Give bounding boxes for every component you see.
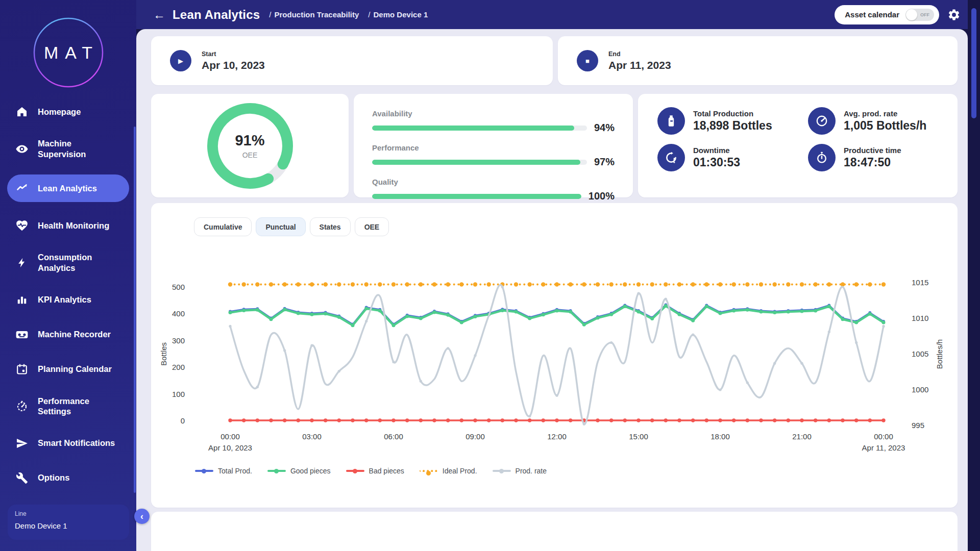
svg-text:Apr 10, 2023: Apr 10, 2023 <box>208 443 252 452</box>
start-date-card[interactable]: ▶ Start Apr 10, 2023 <box>151 36 553 85</box>
breadcrumb-separator: / <box>368 10 370 19</box>
asset-calendar-label: Asset calendar <box>845 10 899 19</box>
sidebar-item-performance-settings[interactable]: Performance Settings <box>7 393 129 420</box>
svg-text:12:00: 12:00 <box>547 432 567 441</box>
start-label: Start <box>202 51 265 58</box>
page-scrollbar-thumb[interactable] <box>971 8 976 118</box>
legend-swatch <box>267 470 286 472</box>
end-date-card[interactable]: ■ End Apr 11, 2023 <box>558 36 958 85</box>
sidebar-item-homepage[interactable]: Homepage <box>7 101 129 123</box>
tab-cumulative[interactable]: Cumulative <box>194 217 252 236</box>
svg-text:1015: 1015 <box>912 278 928 287</box>
sidebar-item-options[interactable]: Options <box>7 467 129 489</box>
recorder-icon <box>15 328 29 341</box>
eye-icon <box>15 142 29 156</box>
kpi-value: 94% <box>594 122 615 134</box>
svg-text:09:00: 09:00 <box>465 432 485 441</box>
chart-tabs: Cumulative Punctual States OEE <box>151 203 958 236</box>
stat-productive-time: Productive time 18:47:50 <box>808 144 958 171</box>
stat-label: Avg. prod. rate <box>844 109 926 118</box>
settings-gear-icon[interactable] <box>947 8 961 21</box>
kpi-bar-track <box>372 160 587 165</box>
tab-states[interactable]: States <box>310 217 351 236</box>
kpi-bar-fill <box>372 126 574 131</box>
bolt-icon <box>15 256 29 269</box>
heart-pulse-icon <box>15 219 29 232</box>
legend-item-ideal-prod[interactable]: Ideal Prod. <box>420 467 477 475</box>
kpi-bar-track <box>372 126 587 131</box>
calendar-icon <box>15 363 29 376</box>
svg-text:300: 300 <box>172 336 185 345</box>
sidebar-item-health-monitoring[interactable]: Health Monitoring <box>7 214 129 237</box>
svg-text:06:00: 06:00 <box>384 432 403 441</box>
kpi-bar-track <box>372 194 581 199</box>
breadcrumb[interactable]: /Demo Device 1 <box>368 10 428 19</box>
bar-chart-icon <box>15 293 29 307</box>
sidebar-item-consumption-analytics[interactable]: Consumption Analytics <box>7 249 129 276</box>
stat-value: 1,005 Bottles/h <box>844 119 926 133</box>
oee-value: 91% <box>235 132 264 149</box>
line-label: Line <box>15 510 122 517</box>
kpi-label: Availability <box>372 109 615 118</box>
stat-value: 18,898 Bottles <box>693 119 772 133</box>
production-line-chart[interactable]: 00:0003:0006:0009:0012:0015:0018:0021:00… <box>155 252 951 466</box>
svg-text:1005: 1005 <box>912 349 928 358</box>
toggle-state-label: OFF <box>920 12 929 17</box>
svg-text:1000: 1000 <box>912 385 928 394</box>
main-content: ▶ Start Apr 10, 2023 ■ End Apr 11, 2023 <box>136 29 968 551</box>
sidebar-item-machine-recorder[interactable]: Machine Recorder <box>7 323 129 346</box>
svg-text:Apr 11, 2023: Apr 11, 2023 <box>862 443 905 452</box>
stat-value: 18:47:50 <box>844 156 901 169</box>
bottom-section-card: Filters <box>151 512 958 551</box>
topbar-right: Asset calendar OFF <box>835 5 968 24</box>
legend-item-prod-rate[interactable]: Prod. rate <box>493 467 547 475</box>
asset-calendar-toggle-pill[interactable]: Asset calendar OFF <box>835 5 939 24</box>
bottle-icon <box>657 107 685 135</box>
toggle-knob <box>906 9 917 20</box>
svg-text:200: 200 <box>172 363 185 371</box>
page-scrollbar-track <box>968 0 980 551</box>
svg-text:400: 400 <box>172 309 185 318</box>
sidebar-item-machine-supervision[interactable]: Machine Supervision <box>7 135 129 162</box>
kpi-row-quality: Quality 100% <box>372 178 615 202</box>
legend-item-bad-pieces[interactable]: Bad pieces <box>346 467 404 475</box>
asset-calendar-switch[interactable]: OFF <box>905 9 934 21</box>
line-selector-card[interactable]: Line Demo Device 1 <box>8 505 129 540</box>
legend-label: Ideal Prod. <box>443 467 477 475</box>
stopwatch-icon <box>808 144 836 171</box>
svg-text:995: 995 <box>912 421 924 430</box>
topbar: ← Lean Analytics /Production Traceabilit… <box>0 0 968 29</box>
chart-legend: Total Prod. Good pieces Bad pieces Ideal… <box>195 467 958 475</box>
sidebar-scrollbar-thumb[interactable] <box>134 127 136 493</box>
sidebar-item-planning-calendar[interactable]: Planning Calendar <box>7 358 129 381</box>
breadcrumb-item[interactable]: Production Traceability <box>274 10 359 19</box>
logo-text: MAT <box>43 43 99 62</box>
legend-item-good-pieces[interactable]: Good pieces <box>267 467 331 475</box>
tab-oee[interactable]: OEE <box>355 217 389 236</box>
svg-text:500: 500 <box>172 283 185 291</box>
sidebar-collapse-button[interactable]: ‹ <box>134 509 150 524</box>
sidebar-item-kpi-analytics[interactable]: KPI Analytics <box>7 289 129 311</box>
legend-swatch <box>195 470 213 472</box>
sidebar-item-smart-notifications[interactable]: Smart Notifications <box>7 432 129 455</box>
legend-label: Good pieces <box>290 467 331 475</box>
breadcrumb[interactable]: /Production Traceability <box>269 10 359 19</box>
kpi-bar-fill <box>372 194 581 199</box>
back-arrow-icon[interactable]: ← <box>153 9 165 21</box>
legend-item-total-prod[interactable]: Total Prod. <box>195 467 252 475</box>
stat-value: 01:30:53 <box>693 156 740 169</box>
kpi-label: Performance <box>372 143 615 152</box>
line-value: Demo Device 1 <box>15 521 122 530</box>
avg-rate-icon <box>808 107 836 135</box>
svg-text:00:00: 00:00 <box>874 432 893 441</box>
kpi-value: 97% <box>594 156 615 168</box>
svg-text:0: 0 <box>181 416 185 425</box>
legend-label: Prod. rate <box>516 467 547 475</box>
sidebar-item-lean-analytics[interactable]: Lean Analytics <box>7 174 129 202</box>
legend-swatch <box>420 470 438 472</box>
svg-text:Bottles: Bottles <box>159 342 168 366</box>
stat-label: Downtime <box>693 146 740 155</box>
breadcrumb-item[interactable]: Demo Device 1 <box>374 10 428 19</box>
production-chart-card: Cumulative Punctual States OEE 00:0003:0… <box>151 203 958 508</box>
tab-punctual[interactable]: Punctual <box>256 217 305 236</box>
